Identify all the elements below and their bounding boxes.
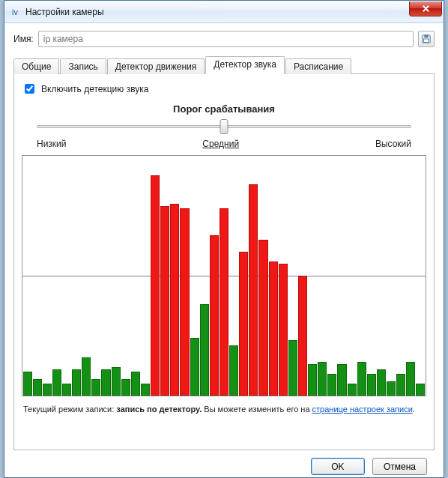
- enable-detection-label: Включить детекцию звука: [41, 84, 148, 94]
- name-label: Имя:: [13, 34, 34, 44]
- app-icon: iv: [9, 6, 21, 18]
- name-row: Имя:: [13, 31, 435, 47]
- note-prefix: Текущий режим записи:: [23, 405, 116, 414]
- chart-bar: [387, 381, 396, 396]
- tab-strip: Общие Запись Детектор движения Детектор …: [13, 56, 435, 74]
- chart-bar: [308, 364, 317, 396]
- chart-bar: [239, 252, 248, 396]
- enable-detection-row: Включить детекцию звука: [22, 82, 426, 96]
- chart-bar: [357, 362, 366, 396]
- chart-bar: [43, 384, 52, 396]
- chart-bar: [337, 364, 346, 396]
- chart-bar: [348, 384, 357, 396]
- tab-general[interactable]: Общие: [13, 58, 59, 74]
- settings-window: iv Настройки камеры Имя: Общие Запись Де…: [4, 0, 444, 478]
- enable-detection-checkbox[interactable]: [25, 84, 34, 94]
- chart-bar: [101, 369, 110, 396]
- chart-bar: [298, 276, 307, 396]
- tab-motion-detector[interactable]: Детектор движения: [107, 58, 205, 74]
- chart-bar: [91, 379, 100, 396]
- slider-label-mid: Средний: [202, 139, 239, 149]
- chart-bar: [229, 345, 238, 396]
- chart-bar: [151, 175, 160, 396]
- slider-label-high: Высокий: [375, 139, 411, 149]
- chart-bar: [72, 369, 81, 396]
- close-icon: [422, 4, 430, 13]
- chart-bar: [23, 372, 32, 396]
- note-suffix: .: [413, 405, 415, 414]
- chart-bar: [170, 204, 179, 396]
- content-area: Имя: Общие Запись Детектор движения Дете…: [4, 23, 444, 478]
- chart-bar: [190, 338, 199, 396]
- window-title: Настройки камеры: [25, 7, 104, 17]
- name-input[interactable]: [38, 31, 414, 47]
- chart-bar: [160, 206, 169, 396]
- chart-bar: [52, 369, 61, 396]
- chart-bar: [112, 367, 121, 396]
- chart-bar: [279, 264, 288, 396]
- chart-bar: [141, 384, 150, 396]
- chart-bar: [288, 340, 297, 396]
- chart-bar: [327, 374, 336, 396]
- chart-bar: [33, 379, 42, 396]
- record-settings-link[interactable]: странице настроек записи: [312, 405, 413, 414]
- chart-bar: [131, 372, 140, 396]
- chart-bar: [82, 357, 91, 396]
- threshold-slider[interactable]: [37, 118, 411, 137]
- titlebar: iv Настройки камеры: [4, 1, 444, 23]
- chart-bar: [377, 369, 386, 396]
- slider-label-low: Низкий: [37, 139, 67, 149]
- svg-rect-1: [424, 35, 428, 38]
- record-mode-note: Текущий режим записи: запись по детектор…: [23, 404, 425, 414]
- chart-bar: [62, 384, 71, 396]
- slider-thumb[interactable]: [220, 119, 228, 134]
- dialog-buttons: OK Отмена: [13, 450, 435, 478]
- chart-bar: [367, 374, 376, 396]
- tab-page-sound-detector: Включить детекцию звука Порог срабатыван…: [13, 74, 435, 450]
- chart-bar: [258, 240, 267, 396]
- cancel-button[interactable]: Отмена: [372, 458, 427, 475]
- chart-bar: [318, 362, 327, 396]
- close-button[interactable]: [409, 1, 442, 16]
- svg-rect-2: [424, 39, 429, 42]
- tab-record[interactable]: Запись: [60, 58, 106, 74]
- ok-button[interactable]: OK: [311, 458, 365, 475]
- sound-level-chart: [22, 155, 426, 396]
- chart-bar: [121, 379, 130, 396]
- slider-labels: Низкий Средний Высокий: [37, 139, 411, 149]
- chart-bar: [269, 261, 278, 396]
- tab-schedule[interactable]: Расписание: [285, 58, 351, 74]
- threshold-title: Порог срабатывания: [22, 103, 426, 115]
- note-mode: запись по детектору.: [116, 405, 202, 414]
- chart-bar: [249, 184, 258, 396]
- chart-bar: [180, 208, 189, 396]
- floppy-icon: [421, 34, 432, 44]
- chart-bar: [416, 384, 425, 396]
- name-action-button[interactable]: [418, 31, 435, 47]
- tab-sound-detector[interactable]: Детектор звука: [205, 56, 285, 74]
- chart-bar: [396, 374, 405, 396]
- chart-bar: [220, 208, 228, 396]
- chart-bar: [210, 235, 219, 396]
- note-middle: Вы можете изменить его на: [202, 405, 312, 414]
- chart-bar: [406, 362, 415, 396]
- chart-bar: [200, 304, 209, 396]
